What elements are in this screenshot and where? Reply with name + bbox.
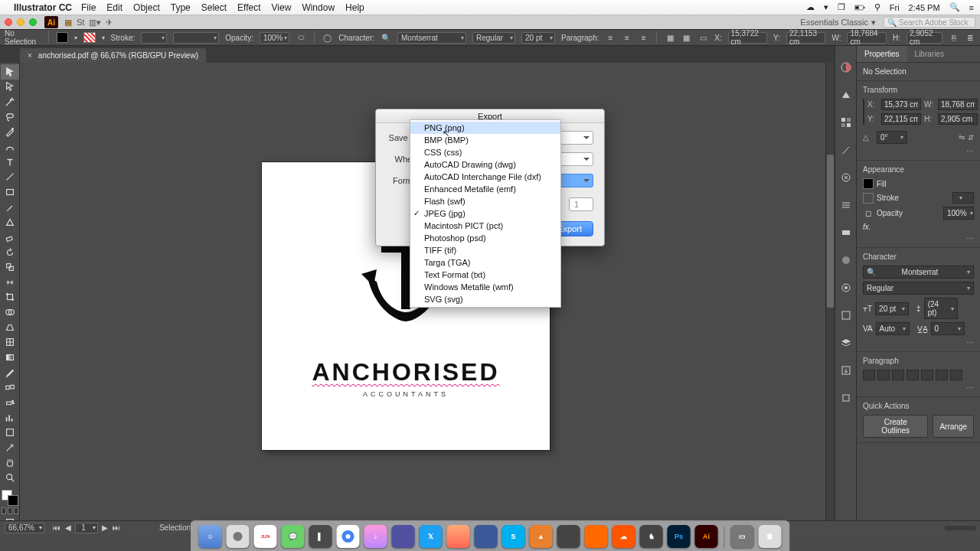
- screen-icon[interactable]: ❐: [838, 2, 845, 12]
- opacity-field[interactable]: 100%: [260, 32, 289, 44]
- color-guide-panel-icon[interactable]: [838, 87, 854, 103]
- format-option[interactable]: SVG (svg): [410, 293, 560, 305]
- format-option[interactable]: Photoshop (psd): [410, 232, 560, 244]
- panel-menu-icon[interactable]: ≣: [965, 32, 975, 43]
- font-search-icon[interactable]: 🔍: [381, 32, 391, 43]
- graphic-styles-icon[interactable]: ⬭: [296, 32, 306, 43]
- dock-app-illustrator[interactable]: Ai: [695, 525, 718, 548]
- format-option[interactable]: Enhanced Metafile (emf): [410, 183, 560, 195]
- brushes-panel-icon[interactable]: [838, 142, 854, 158]
- dock-app-calendar[interactable]: JUN: [254, 525, 277, 548]
- menu-type[interactable]: Type: [171, 2, 191, 13]
- dock-app-settings[interactable]: [227, 525, 250, 548]
- brush-definition[interactable]: [173, 32, 219, 44]
- close-tab-icon[interactable]: ×: [28, 51, 32, 60]
- align-center-icon[interactable]: ≡: [622, 32, 632, 43]
- dock-app-vlc[interactable]: ▲: [530, 525, 553, 548]
- stroke-panel-icon[interactable]: [838, 197, 854, 213]
- curvature-tool-icon[interactable]: [1, 139, 19, 155]
- align-left-icon[interactable]: ≡: [605, 32, 616, 43]
- swatches-panel-icon[interactable]: [838, 115, 854, 130]
- dock-trash-icon[interactable]: 🗑: [759, 525, 782, 548]
- menu-help[interactable]: Help: [345, 2, 364, 13]
- document-tab[interactable]: × anchorised.pdf @ 66,67% (RGB/GPU Previ…: [20, 48, 206, 63]
- format-option[interactable]: Flash (swf): [410, 195, 560, 207]
- cloud-icon[interactable]: ☁: [806, 2, 815, 12]
- menu-file[interactable]: File: [81, 2, 96, 13]
- more-options-icon[interactable]: ⋯: [863, 147, 974, 155]
- dropdown-icon[interactable]: ▾: [824, 2, 828, 12]
- menu-effect[interactable]: Effect: [237, 2, 260, 13]
- shape-icon[interactable]: ▭: [698, 32, 709, 43]
- dock-app-twitter[interactable]: 𝕏: [420, 525, 443, 548]
- format-option[interactable]: PNG (png): [410, 122, 560, 134]
- clock-day[interactable]: Fri: [890, 3, 900, 12]
- prefs-icon[interactable]: ⎘: [949, 32, 959, 43]
- line-tool-icon[interactable]: [1, 169, 19, 184]
- asset-export-panel-icon[interactable]: [838, 363, 854, 378]
- dock-app-terminal[interactable]: ▌: [309, 525, 332, 548]
- font-family[interactable]: Montserrat: [397, 32, 466, 44]
- window-zoom-button[interactable]: [29, 18, 37, 26]
- pen-tool-icon[interactable]: [1, 125, 19, 140]
- gpu-icon[interactable]: ✈: [106, 18, 113, 28]
- spotlight-icon[interactable]: 🔍: [949, 2, 960, 12]
- h-field[interactable]: 2,9052 cm: [906, 32, 942, 44]
- stroke-swatch[interactable]: [83, 32, 95, 43]
- reference-point-icon[interactable]: [863, 99, 864, 125]
- prop-w[interactable]: [938, 99, 978, 110]
- shaper-tool-icon[interactable]: [1, 214, 19, 230]
- format-option[interactable]: Text Format (txt): [410, 269, 560, 281]
- wifi-icon[interactable]: ⚲: [874, 2, 880, 12]
- dock-app-finder[interactable]: ☺: [199, 525, 222, 548]
- stroke-weight[interactable]: [141, 32, 167, 44]
- color-panel-icon[interactable]: [838, 60, 854, 75]
- tab-properties[interactable]: Properties: [857, 46, 907, 62]
- eyedropper-tool-icon[interactable]: [1, 365, 19, 380]
- tab-libraries[interactable]: Libraries: [907, 46, 952, 62]
- symbols-panel-icon[interactable]: [838, 170, 854, 185]
- selection-tool-icon[interactable]: [1, 64, 19, 80]
- char-kerning[interactable]: Auto: [876, 322, 910, 335]
- align-panel-icon[interactable]: ▦: [665, 32, 675, 43]
- dock-app-3[interactable]: [475, 525, 498, 548]
- dock-app-1[interactable]: [392, 525, 415, 548]
- range-field[interactable]: 1: [569, 197, 593, 211]
- fx-label[interactable]: fx.: [863, 223, 871, 231]
- brand-text[interactable]: ANCHORISED: [262, 358, 550, 386]
- fill-stroke-indicator[interactable]: [2, 490, 18, 506]
- shape-builder-tool-icon[interactable]: [1, 305, 19, 320]
- paragraph-align-icons[interactable]: [863, 370, 974, 380]
- gradient-panel-icon[interactable]: [838, 225, 854, 240]
- subtitle-text[interactable]: ACCOUNTANTS: [262, 390, 550, 398]
- format-option[interactable]: Macintosh PICT (pct): [410, 220, 560, 232]
- clock-time[interactable]: 2:45 PM: [909, 3, 940, 12]
- menu-object[interactable]: Object: [133, 2, 160, 13]
- direct-selection-tool-icon[interactable]: [1, 80, 19, 95]
- format-option[interactable]: BMP (BMP): [410, 134, 560, 146]
- dock-downloads[interactable]: ▭: [731, 525, 754, 548]
- create-outlines-button[interactable]: Create Outlines: [863, 415, 928, 438]
- appearance-panel-icon[interactable]: [838, 280, 854, 295]
- appearance-opacity[interactable]: 100%: [943, 207, 974, 220]
- arrange-button[interactable]: Arrange: [933, 415, 974, 438]
- perspective-tool-icon[interactable]: [1, 320, 19, 335]
- format-option[interactable]: CSS (css): [410, 146, 560, 158]
- paragraph-more-icon[interactable]: ⋯: [863, 383, 974, 392]
- slice-tool-icon[interactable]: [1, 440, 19, 455]
- artboard-tool-icon[interactable]: [1, 425, 19, 440]
- format-dropdown-list[interactable]: PNG (png) BMP (BMP) CSS (css) AutoCAD Dr…: [410, 119, 561, 308]
- char-leading[interactable]: (24 pt): [924, 298, 958, 319]
- menu-edit[interactable]: Edit: [106, 2, 122, 13]
- scale-tool-icon[interactable]: [1, 259, 19, 275]
- fill-swatch[interactable]: [57, 32, 68, 43]
- width-tool-icon[interactable]: [1, 275, 19, 290]
- dock-app-skype[interactable]: S: [502, 525, 525, 548]
- stock-icon[interactable]: St: [77, 18, 84, 28]
- adobe-stock-search[interactable]: 🔍 Search Adobe Stock: [884, 17, 975, 28]
- format-option[interactable]: TIFF (tif): [410, 244, 560, 256]
- font-style[interactable]: Regular: [472, 32, 515, 44]
- column-graph-tool-icon[interactable]: [1, 410, 19, 425]
- menu-window[interactable]: Window: [302, 2, 335, 13]
- char-font[interactable]: 🔍 Montserrat: [863, 266, 974, 279]
